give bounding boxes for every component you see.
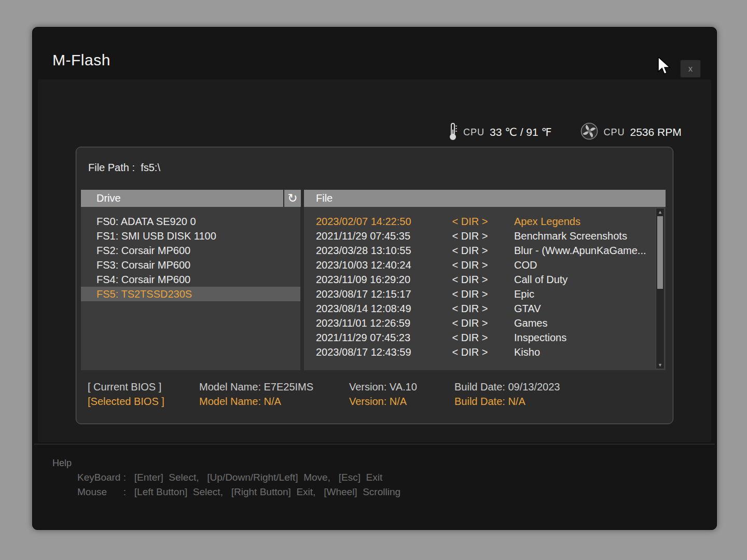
- file-type: < DIR >: [431, 214, 509, 229]
- file-row[interactable]: 2023/11/09 16:29:20 < DIR > Call of Duty: [304, 272, 666, 287]
- help-keyboard-line: KeyBoard : [Enter] Select, [Up/Down/Righ…: [77, 472, 382, 483]
- file-row[interactable]: 2021/11/29 07:45:35 < DIR > Benchmark Sc…: [304, 229, 666, 243]
- current-bios-model: Model Name: E7E25IMS: [199, 380, 349, 394]
- file-column-header: File: [304, 190, 666, 207]
- cpu-fan-label: CPU: [603, 127, 625, 138]
- file-row[interactable]: 2023/02/07 14:22:50 < DIR > Apex Legends: [304, 214, 666, 229]
- help-title: Help: [52, 458, 72, 469]
- file-type: < DIR >: [431, 229, 509, 243]
- cpu-fan-value: 2536 RPM: [630, 126, 682, 138]
- screen: { "window": { "title": "M-Flash", "close…: [0, 0, 747, 560]
- file-type: < DIR >: [431, 243, 509, 258]
- file-date: 2023/08/17 12:15:17: [304, 287, 431, 301]
- file-date: 2023/08/14 12:08:49: [304, 301, 431, 316]
- file-type: < DIR >: [431, 330, 509, 345]
- file-name: GTAV: [509, 301, 666, 316]
- refresh-button[interactable]: ↻: [284, 190, 301, 207]
- file-date: 2023/10/03 12:40:24: [304, 258, 431, 272]
- scrollbar[interactable]: ▲ ▼: [656, 208, 665, 369]
- file-name: Kisho: [509, 345, 666, 359]
- thermometer-icon: [448, 122, 458, 143]
- page-title: M-Flash: [52, 51, 110, 69]
- file-type: < DIR >: [431, 345, 509, 359]
- file-date: 2023/02/07 14:22:50: [304, 214, 431, 229]
- drive-item-fs2[interactable]: FS2: Corsair MP600: [81, 243, 300, 258]
- selected-bios-build: Build Date: N/A: [454, 394, 663, 409]
- content-panel: CPU 33 ℃ / 91 ℉ CPU 2536 RPM: [38, 79, 711, 442]
- drive-item-fs5-selected[interactable]: FS5: TS2TSSD230S: [81, 287, 300, 301]
- file-row[interactable]: 2023/08/17 12:43:59 < DIR > Kisho: [304, 345, 666, 359]
- file-date: 2023/03/28 13:10:55: [304, 243, 431, 258]
- file-name: Apex Legends: [509, 214, 666, 229]
- current-bios-label: [ Current BIOS ]: [88, 380, 199, 394]
- file-row[interactable]: 2023/10/03 12:40:24 < DIR > COD: [304, 258, 666, 272]
- file-browser-panel: File Path : fs5:\ Drive ↻ File FS0: ADAT…: [76, 147, 673, 424]
- file-row[interactable]: 2023/08/17 12:15:17 < DIR > Epic: [304, 287, 666, 301]
- cpu-temp-label: CPU: [463, 127, 485, 138]
- selected-bios-row: [Selected BIOS ] Model Name: N/A Version…: [88, 394, 663, 409]
- help-mouse-line: Mouse : [Left Button] Select, [Right But…: [77, 486, 400, 498]
- cpu-status-row: CPU 33 ℃ / 91 ℉ CPU 2536 RPM: [448, 122, 682, 143]
- drive-item-fs3[interactable]: FS3: Corsair MP600: [81, 258, 300, 272]
- drive-column-header: Drive: [81, 190, 283, 207]
- file-date: 2023/11/09 16:29:20: [304, 272, 431, 287]
- file-name: Call of Duty: [509, 272, 666, 287]
- file-type: < DIR >: [431, 272, 509, 287]
- current-bios-version: Version: VA.10: [349, 380, 454, 394]
- file-date: 2023/11/01 12:26:59: [304, 316, 431, 330]
- selected-bios-model: Model Name: N/A: [199, 394, 349, 409]
- file-name: Games: [509, 316, 666, 330]
- refresh-icon: ↻: [287, 191, 297, 205]
- file-name: Inspections: [509, 330, 666, 345]
- mflash-window: M-Flash x CPU 33 ℃ / 91 ℉: [32, 27, 717, 530]
- file-row[interactable]: 2023/08/14 12:08:49 < DIR > GTAV: [304, 301, 666, 316]
- help-divider: [34, 444, 715, 444]
- drive-item-fs4[interactable]: FS4: Corsair MP600: [81, 272, 300, 287]
- file-row[interactable]: 2021/11/29 07:45:23 < DIR > Inspections: [304, 330, 666, 345]
- current-bios-row: [ Current BIOS ] Model Name: E7E25IMS Ve…: [88, 380, 663, 394]
- file-type: < DIR >: [431, 301, 509, 316]
- file-type: < DIR >: [431, 287, 509, 301]
- scrollbar-thumb[interactable]: [657, 216, 663, 289]
- file-type: < DIR >: [431, 258, 509, 272]
- current-bios-build: Build Date: 09/13/2023: [454, 380, 663, 394]
- fan-icon: [580, 122, 598, 143]
- file-row[interactable]: 2023/11/01 12:26:59 < DIR > Games: [304, 316, 666, 330]
- scroll-down-button[interactable]: ▼: [656, 361, 664, 369]
- file-date: 2021/11/29 07:45:35: [304, 229, 431, 243]
- file-date: 2023/08/17 12:43:59: [304, 345, 431, 359]
- file-name: COD: [509, 258, 666, 272]
- drive-item-fs0[interactable]: FS0: ADATA SE920 0: [81, 214, 300, 229]
- file-type: < DIR >: [431, 316, 509, 330]
- selected-bios-label: [Selected BIOS ]: [88, 394, 199, 409]
- file-list: 2023/02/07 14:22:50 < DIR > Apex Legends…: [304, 207, 666, 370]
- file-name: Blur - (Www.ApunKaGame...: [509, 243, 666, 258]
- cpu-temp-value: 33 ℃ / 91 ℉: [490, 126, 551, 138]
- selected-bios-version: Version: N/A: [349, 394, 454, 409]
- file-path-label: File Path : fs5:\: [88, 162, 160, 174]
- file-name: Epic: [509, 287, 666, 301]
- file-date: 2021/11/29 07:45:23: [304, 330, 431, 345]
- close-button[interactable]: x: [680, 60, 701, 78]
- file-row[interactable]: 2023/03/28 13:10:55 < DIR > Blur - (Www.…: [304, 243, 666, 258]
- drive-list: FS0: ADATA SE920 0 FS1: SMI USB DISK 110…: [81, 207, 300, 370]
- scroll-up-button[interactable]: ▲: [656, 208, 664, 216]
- drive-item-fs1[interactable]: FS1: SMI USB DISK 1100: [81, 229, 300, 243]
- file-name: Benchmark Screenshots: [509, 229, 666, 243]
